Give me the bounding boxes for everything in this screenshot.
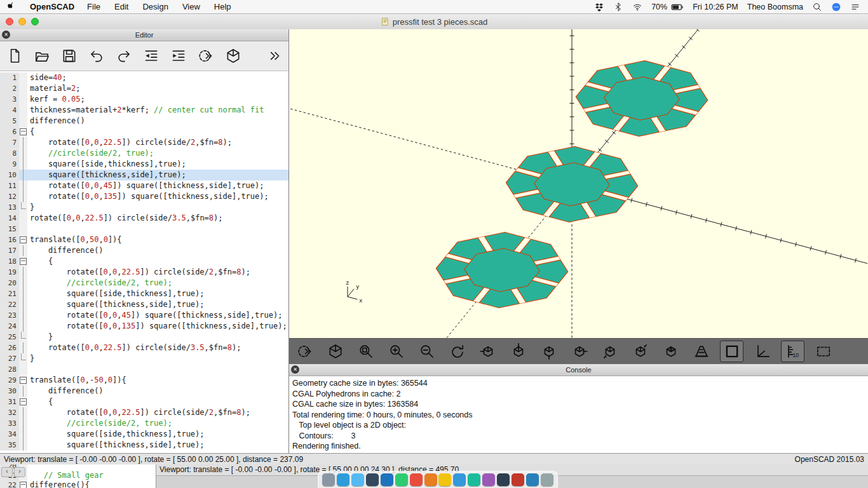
fold-marker[interactable] xyxy=(19,353,27,364)
code-text[interactable]: square([thickness,side],true); xyxy=(27,299,288,310)
perspective-button[interactable] xyxy=(689,341,713,362)
dropbox-icon[interactable] xyxy=(594,2,604,12)
fold-marker[interactable] xyxy=(19,440,27,451)
code-line-22[interactable]: 22 square([thickness,side],true); xyxy=(0,299,288,310)
fold-marker[interactable] xyxy=(19,256,27,267)
close-window-button[interactable] xyxy=(6,18,13,25)
unindent-button[interactable] xyxy=(142,46,161,65)
dock-app-5[interactable] xyxy=(381,473,393,486)
code-text[interactable]: rotate([0,0,22.5]) circle(side/3.5,$fn=8… xyxy=(27,213,288,224)
dock-app-3[interactable] xyxy=(351,473,364,486)
dock-app-2[interactable] xyxy=(337,473,349,486)
code-line-13[interactable]: 13} xyxy=(0,202,288,213)
open-folder-button[interactable] xyxy=(32,46,51,65)
code-text[interactable]: square([side,thickness],true); xyxy=(27,288,288,299)
code-text[interactable] xyxy=(27,364,288,375)
code-text[interactable] xyxy=(27,464,156,471)
code-text[interactable]: //circle(side/2, true); xyxy=(27,148,288,159)
code-text[interactable] xyxy=(27,224,288,234)
preview-button[interactable] xyxy=(293,341,316,362)
code-line-12[interactable]: 12 rotate([0,0,135]) square([thickness,s… xyxy=(0,191,288,202)
axes-button[interactable] xyxy=(750,341,774,362)
fold-marker[interactable] xyxy=(19,213,27,224)
fold-marker[interactable] xyxy=(19,170,27,180)
code-text[interactable]: rotate([0,0,45]) square([thickness,side]… xyxy=(27,180,288,191)
view-all-button[interactable] xyxy=(811,341,835,362)
code-line-23[interactable]: 23 rotate([0,0,45]) square([thickness,si… xyxy=(0,310,288,321)
dock-app-4[interactable] xyxy=(366,473,379,486)
fold-marker[interactable] xyxy=(19,299,27,310)
new-doc-button[interactable] xyxy=(5,46,24,65)
fold-marker[interactable] xyxy=(19,429,27,440)
code-line-9[interactable]: 9 square([side,thickness],true); xyxy=(0,159,288,170)
dock-app-11[interactable] xyxy=(468,473,480,486)
redo-button[interactable] xyxy=(114,46,133,65)
code-line-24[interactable]: 24 rotate([0,0,135]) square([thickness,s… xyxy=(0,321,288,332)
code-line-17[interactable]: 17 difference() xyxy=(0,245,288,256)
undo-button[interactable] xyxy=(87,46,106,65)
fold-marker[interactable] xyxy=(19,480,27,488)
code-text[interactable]: side=40; xyxy=(27,72,288,83)
bluetooth-icon[interactable] xyxy=(613,2,623,12)
view-right-button[interactable] xyxy=(476,341,499,362)
code-line-14[interactable]: 14rotate([0,0,22.5]) circle(side/3.5,$fn… xyxy=(0,213,288,224)
code-text[interactable]: } xyxy=(27,353,288,364)
code-text[interactable]: difference() xyxy=(27,245,288,256)
code-text[interactable]: translate([0,50,0]){ xyxy=(27,234,288,245)
scroll-left-button[interactable] xyxy=(1,467,13,477)
code-text[interactable]: rotate([0,0,22.5]) circle(side/2,$fn=8); xyxy=(27,407,288,418)
code-editor[interactable]: 1side=40;2material=2;3kerf = 0.05;4thick… xyxy=(0,71,288,453)
view-left-button[interactable] xyxy=(567,341,591,362)
render-button[interactable] xyxy=(224,46,243,65)
code-text[interactable]: } xyxy=(27,202,288,213)
fold-marker[interactable] xyxy=(19,224,27,234)
fold-marker[interactable] xyxy=(19,364,27,375)
fold-marker[interactable] xyxy=(19,321,27,332)
code-text[interactable]: translate([0,-50,0]){ xyxy=(27,375,288,386)
view-back-button[interactable] xyxy=(628,341,652,362)
code-line-3[interactable]: 3kerf = 0.05; xyxy=(0,94,288,105)
zoom-window-button[interactable] xyxy=(31,18,39,25)
code-line-29[interactable]: 29translate([0,-50,0]){ xyxy=(0,375,288,386)
fold-marker[interactable] xyxy=(19,72,27,83)
code-line-20[interactable]: 20 //circle(side/2, true); xyxy=(0,278,288,288)
zoom-all-button[interactable] xyxy=(354,341,377,362)
code-text[interactable]: } xyxy=(27,332,288,342)
code-line-26[interactable]: 26 rotate([0,0,22.5]) circle(side/3.5,$f… xyxy=(0,342,288,353)
console-close-button[interactable] xyxy=(291,365,299,374)
fold-marker[interactable] xyxy=(19,396,27,407)
fold-marker[interactable] xyxy=(19,418,27,429)
code-text[interactable]: difference(){ xyxy=(27,480,156,488)
code-text[interactable]: square([thickness,side],true); xyxy=(27,440,288,451)
dock-app-9[interactable] xyxy=(438,473,451,486)
dock-app-7[interactable] xyxy=(410,473,423,486)
wifi-icon[interactable] xyxy=(632,2,642,12)
code-text[interactable]: square([side,thickness],true); xyxy=(27,429,288,440)
zoom-out-button[interactable] xyxy=(415,341,438,362)
code-line-5[interactable]: 5difference() xyxy=(0,116,288,126)
scroll-right-button[interactable] xyxy=(14,467,25,477)
fold-marker[interactable] xyxy=(19,234,27,245)
code-line-15[interactable]: 15 xyxy=(0,224,288,234)
view-top-button[interactable] xyxy=(506,341,530,362)
fold-marker[interactable] xyxy=(19,191,27,202)
save-button[interactable] xyxy=(60,46,79,65)
fold-marker[interactable] xyxy=(19,332,27,342)
dock-app-12[interactable] xyxy=(482,473,495,486)
code-text[interactable]: // Small gear xyxy=(27,471,156,480)
code-line-32[interactable]: 32 rotate([0,0,22.5]) circle(side/2,$fn=… xyxy=(0,407,288,418)
fold-marker[interactable] xyxy=(19,202,27,213)
dock-app-8[interactable] xyxy=(424,473,437,486)
dock-app-16[interactable] xyxy=(541,473,553,486)
battery-percentage[interactable]: 70% xyxy=(651,3,667,11)
code-text[interactable]: rotate([0,0,45]) square([thickness,side]… xyxy=(27,310,288,321)
fold-marker[interactable] xyxy=(19,126,27,137)
app-menu-title[interactable]: OpenSCAD xyxy=(30,2,74,11)
code-line-6[interactable]: 6{ xyxy=(0,126,288,137)
fold-marker[interactable] xyxy=(19,278,27,288)
fold-marker[interactable] xyxy=(19,159,27,170)
fold-marker[interactable] xyxy=(19,148,27,159)
menu-help[interactable]: Help xyxy=(214,2,231,11)
spotlight-icon[interactable] xyxy=(812,2,822,12)
minimize-window-button[interactable] xyxy=(18,18,26,25)
